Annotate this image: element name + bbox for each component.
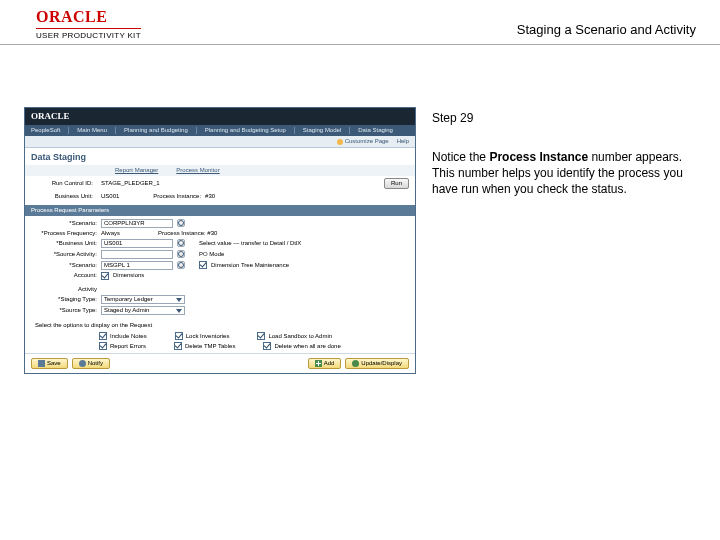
proc-instance-value: #30 <box>205 193 215 200</box>
doc-title: Staging a Scenario and Activity <box>517 8 696 37</box>
lookup-icon[interactable] <box>177 250 185 258</box>
include-notes-label: Include Notes <box>110 333 147 340</box>
dim-tree-checkbox[interactable] <box>199 261 207 269</box>
pfreq-value: Always <box>101 230 120 237</box>
crumb[interactable]: Planning and Budgeting <box>124 127 197 134</box>
plus-icon <box>315 360 322 367</box>
rpt-err-label: Report Errors <box>110 343 146 350</box>
load-sb-checkbox[interactable] <box>257 332 265 340</box>
save-button[interactable]: Save <box>31 358 68 369</box>
crumb[interactable]: Data Staging <box>358 127 401 134</box>
doc-banner: ORACLE USER PRODUCTIVITY KIT Staging a S… <box>0 0 720 45</box>
breadcrumb: PeopleSoft Main Menu Planning and Budget… <box>25 125 415 136</box>
del-tmp-checkbox[interactable] <box>174 342 182 350</box>
acct-checkbox[interactable] <box>101 272 109 280</box>
lookup-icon[interactable] <box>177 219 185 227</box>
brand-block: ORACLE USER PRODUCTIVITY KIT <box>36 8 141 40</box>
help-link[interactable]: Help <box>397 138 409 145</box>
crumb[interactable]: Planning and Budgeting Setup <box>205 127 295 134</box>
activity-label: Activity <box>31 286 97 293</box>
scenario-label: Scenario: <box>31 220 97 227</box>
rpt-err-checkbox[interactable] <box>99 342 107 350</box>
source-type-label: Source Type: <box>31 307 97 314</box>
run-ctrl-value: STAGE_PLEDGER_1 <box>101 180 160 187</box>
staging-type-label: Staging Type: <box>31 296 97 303</box>
bu-value: US001 <box>101 193 119 200</box>
pomode-note: PO Mode <box>199 251 224 258</box>
check-row-2: Report Errors Delete TMP Tables Delete w… <box>25 341 415 351</box>
acct-note: Dimensions <box>113 272 144 279</box>
proc-instance-label: Process Instance: <box>153 193 201 200</box>
lookup-icon[interactable] <box>177 261 185 269</box>
refresh-icon <box>352 360 359 367</box>
source-type-select[interactable]: Staged by Admin <box>101 306 185 315</box>
lock-inv-label: Lock Inventories <box>186 333 230 340</box>
oracle-app: ORACLE PeopleSoft Main Menu Planning and… <box>24 107 416 374</box>
params-header: Process Request Parameters <box>25 205 415 216</box>
sact-label: Source Activity: <box>31 251 97 258</box>
sc2-label: Scenario: <box>31 262 97 269</box>
del-done-checkbox[interactable] <box>263 342 271 350</box>
pale-strip: Report Manager Process Monitor <box>25 165 415 176</box>
instruction-text: Notice the Process Instance number appea… <box>432 149 696 198</box>
save-icon <box>38 360 45 367</box>
inst-row: Business Unit: US001 Process Instance: #… <box>25 191 415 202</box>
notify-icon <box>79 360 86 367</box>
scenario-input[interactable]: CORPPLN3YR <box>101 219 173 228</box>
instr-pre: Notice the <box>432 150 489 164</box>
params-grid: Scenario: CORPPLN3YR Process Frequency: … <box>25 216 415 320</box>
lock-inv-checkbox[interactable] <box>175 332 183 340</box>
customize-page-link[interactable]: Customize Page <box>337 138 389 145</box>
content-row: ORACLE PeopleSoft Main Menu Planning and… <box>0 45 720 374</box>
crumb[interactable]: Main Menu <box>77 127 116 134</box>
pfreq-note: Process Instance: #30 <box>158 230 217 237</box>
screenshot-panel: ORACLE PeopleSoft Main Menu Planning and… <box>24 107 416 374</box>
report-manager-link[interactable]: Report Manager <box>115 167 158 174</box>
app-brand-bar: ORACLE <box>25 108 415 125</box>
include-notes-checkbox[interactable] <box>99 332 107 340</box>
page-title: Data Staging <box>25 148 415 165</box>
lookup-icon[interactable] <box>177 239 185 247</box>
sc2-note: Dimension Tree Maintenance <box>211 262 289 269</box>
acct-label: Account: <box>31 272 97 279</box>
check-row-1: Include Notes Lock Inventories Load Sand… <box>25 331 415 341</box>
pfreq-label: Process Frequency: <box>31 230 97 237</box>
run-row: Run Control ID: STAGE_PLEDGER_1 Run <box>25 176 415 191</box>
oracle-logo: ORACLE <box>36 8 141 26</box>
bu-label: Business Unit: <box>31 193 97 200</box>
sact-note: Select value — transfer to Detail / DtlX <box>199 240 301 247</box>
load-sb-label: Load Sandbox to Admin <box>268 333 332 340</box>
del-done-label: Delete when all are done <box>274 343 340 350</box>
app-footer: Save Notify Add Update/Display <box>25 353 415 373</box>
bu2-input[interactable]: US001 <box>101 239 173 248</box>
upk-subbrand: USER PRODUCTIVITY KIT <box>36 28 141 40</box>
update-display-button[interactable]: Update/Display <box>345 358 409 369</box>
crumb[interactable]: PeopleSoft <box>31 127 69 134</box>
sact-input[interactable] <box>101 250 173 259</box>
step-label: Step 29 <box>432 111 696 125</box>
app-toolbar: Customize Page Help <box>25 136 415 148</box>
bu2-label: Business Unit: <box>31 240 97 247</box>
options-note: Select the options to display on the Req… <box>25 320 415 331</box>
staging-type-select[interactable]: Temporary Ledger <box>101 295 185 304</box>
gear-icon <box>337 139 343 145</box>
run-button[interactable]: Run <box>384 178 409 189</box>
sc2-input[interactable]: MSGPL 1 <box>101 261 173 270</box>
add-button[interactable]: Add <box>308 358 342 369</box>
del-tmp-label: Delete TMP Tables <box>185 343 235 350</box>
instr-bold: Process Instance <box>489 150 588 164</box>
instruction-panel: Step 29 Notice the Process Instance numb… <box>432 107 696 374</box>
run-ctrl-label: Run Control ID: <box>31 180 97 187</box>
process-monitor-link[interactable]: Process Monitor <box>176 167 219 174</box>
crumb[interactable]: Staging Model <box>303 127 350 134</box>
notify-button[interactable]: Notify <box>72 358 110 369</box>
